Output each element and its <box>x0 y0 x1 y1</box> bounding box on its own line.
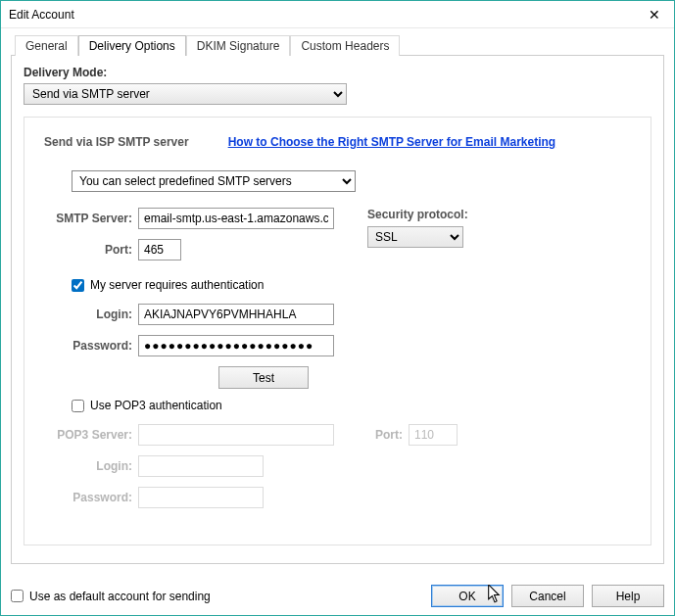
use-pop3-checkbox[interactable] <box>72 400 84 412</box>
window-body: General Delivery Options DKIM Signature … <box>1 28 674 615</box>
smtp-server-input[interactable] <box>138 208 334 229</box>
dialog-bottom-bar: Use as default account for sending OK Ca… <box>11 585 664 607</box>
smtp-server-label: SMTP Server: <box>44 212 132 225</box>
close-button[interactable]: ✕ <box>635 1 674 28</box>
titlebar: Edit Account ✕ <box>1 1 674 28</box>
use-as-default-checkbox[interactable] <box>11 590 24 602</box>
tab-general[interactable]: General <box>15 35 78 56</box>
pop3-port-label: Port: <box>363 428 403 442</box>
tab-custom-headers[interactable]: Custom Headers <box>290 35 400 56</box>
pop3-server-label: POP3 Server: <box>44 428 132 442</box>
smtp-panel: Send via ISP SMTP server How to Choose t… <box>24 117 651 545</box>
use-pop3-label: Use POP3 authentication <box>90 399 222 412</box>
tab-delivery-options[interactable]: Delivery Options <box>78 35 186 56</box>
delivery-mode-select[interactable]: Send via SMTP server <box>24 83 347 105</box>
security-protocol-select[interactable]: SSL <box>367 226 463 248</box>
pop3-login-label: Login: <box>44 459 132 473</box>
pop3-login-input <box>138 455 264 477</box>
smtp-section-title: Send via ISP SMTP server <box>44 135 189 149</box>
smtp-port-label: Port: <box>44 243 132 257</box>
tab-strip: General Delivery Options DKIM Signature … <box>15 35 664 56</box>
pop3-password-label: Password: <box>44 491 132 504</box>
help-button[interactable]: Help <box>592 585 664 607</box>
ok-button[interactable]: OK <box>431 585 504 607</box>
pop3-password-input <box>138 487 264 508</box>
password-label: Password: <box>44 339 132 353</box>
smtp-port-input[interactable] <box>138 239 181 261</box>
requires-auth-label: My server requires authentication <box>90 278 264 292</box>
requires-auth-checkbox[interactable] <box>72 279 84 292</box>
password-input[interactable] <box>138 335 334 356</box>
help-link-smtp[interactable]: How to Choose the Right SMTP Server for … <box>228 135 556 149</box>
cancel-button[interactable]: Cancel <box>511 585 584 607</box>
preset-smtp-select[interactable]: You can select predefined SMTP servers <box>72 170 356 192</box>
tab-panel-delivery: Delivery Mode: Send via SMTP server Send… <box>11 55 664 564</box>
security-protocol-label: Security protocol: <box>367 208 468 221</box>
delivery-mode-label: Delivery Mode: <box>24 66 651 79</box>
window-title: Edit Account <box>9 8 74 22</box>
login-label: Login: <box>44 308 132 321</box>
tab-dkim-signature[interactable]: DKIM Signature <box>186 35 291 56</box>
edit-account-window: Edit Account ✕ General Delivery Options … <box>0 0 675 616</box>
login-input[interactable] <box>138 304 334 325</box>
pop3-server-input <box>138 424 334 446</box>
close-icon: ✕ <box>649 7 660 23</box>
test-button[interactable]: Test <box>218 366 309 389</box>
pop3-port-input <box>409 424 458 446</box>
use-as-default-label: Use as default account for sending <box>29 590 211 603</box>
